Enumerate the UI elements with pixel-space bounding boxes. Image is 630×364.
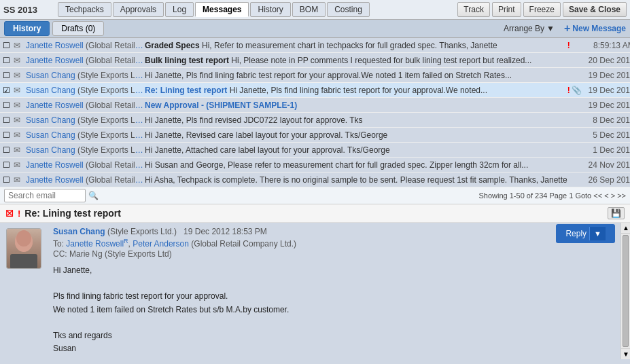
nav-tabs: Techpacks Approvals Log Messages History… (58, 2, 455, 17)
arrange-by-label: Arrange By (504, 24, 544, 33)
freeze-button[interactable]: Freeze (523, 2, 561, 17)
arrange-by-icon: ▼ (546, 24, 555, 33)
email-timestamp: 19 Dec 2012 18:53 PM (179, 227, 266, 236)
message-row[interactable]: ☐ ✉ Janette Roswell (Global Retail Compa… (0, 38, 630, 53)
msg-checkbox[interactable]: ☐ (3, 71, 14, 80)
avatar-area (0, 223, 48, 359)
tab-log[interactable]: Log (165, 2, 194, 17)
tab-messages[interactable]: Messages (195, 2, 249, 17)
envelope-icon: ✉ (14, 175, 26, 185)
reply-dropdown-button[interactable]: ▼ (589, 227, 606, 240)
email-cc-line: CC: Marie Ng (Style Exports Ltd) (53, 249, 615, 259)
msg-sender: Susan Chang (Style Exports Ltd.) (26, 71, 145, 80)
msg-subject: Bulk lining test report Hi, Please note … (145, 56, 567, 65)
tab-approvals[interactable]: Approvals (113, 2, 164, 17)
email-body: Hi Janette, Pls find lining fabric test … (53, 264, 615, 355)
to-recipient-janette[interactable]: Janette RoswellR (66, 239, 128, 249)
message-list: ☐ ✉ Janette Roswell (Global Retail Compa… (0, 38, 630, 187)
msg-checkbox[interactable]: ☐ (3, 160, 14, 170)
msg-subject: Hi Janette, Revised care label layout fo… (145, 130, 567, 140)
email-body-container: Susan Chang (Style Exports Ltd.) 19 Dec … (0, 223, 630, 359)
cc-label: CC: (53, 249, 69, 259)
message-row[interactable]: ☐ ✉ Susan Chang (Style Exports Ltd.) Hi … (0, 143, 630, 158)
email-scroll-down[interactable]: ▼ (621, 348, 630, 359)
msg-checkbox[interactable]: ☐ (3, 41, 14, 50)
msg-sender: Susan Chang (Style Exports Ltd.) (26, 115, 145, 125)
message-row[interactable]: ☐ ✉ Janette Roswell (Global Retail Compa… (0, 158, 630, 172)
msg-sender: Janette Roswell (Global Retail Company L… (26, 101, 145, 110)
msg-date: 19 Dec 2012 (584, 86, 630, 95)
email-subject: Re: Lining test report (24, 208, 603, 219)
email-to-line: To: Janette RoswellR, Peter Anderson (Gl… (53, 238, 615, 249)
envelope-icon: ✉ (14, 130, 26, 140)
email-meta: Susan Chang (Style Exports Ltd.) 19 Dec … (53, 227, 615, 259)
msg-checkbox[interactable]: ☐ (3, 145, 14, 155)
msg-sender: Susan Chang (Style Exports Ltd.) (26, 130, 145, 140)
print-button[interactable]: Print (492, 2, 521, 17)
msg-checkbox[interactable]: ☐ (3, 175, 14, 185)
envelope-icon: ✉ (14, 160, 26, 170)
envelope-icon: ✉ (14, 101, 26, 110)
msg-checkbox[interactable]: ☐ (3, 130, 14, 140)
msg-checkbox[interactable]: ☐ (3, 101, 14, 110)
avatar-svg (6, 228, 41, 269)
search-area: 🔍 (4, 189, 479, 202)
reply-button[interactable]: Reply ▼ (556, 224, 615, 243)
section-tab-history[interactable]: History (4, 21, 50, 36)
msg-flags: !📎 (567, 86, 584, 95)
envelope-icon: ✉ (14, 71, 26, 80)
from-row: Susan Chang (Style Exports Ltd.) 19 Dec … (53, 227, 267, 236)
msg-checkbox[interactable]: ☐ (3, 115, 14, 125)
email-from-name: Susan Chang (53, 227, 105, 236)
msg-checkbox[interactable]: ☐ (3, 56, 14, 65)
msg-date: 8 Dec 2012 (584, 115, 630, 125)
envelope-icon: ✉ (14, 56, 26, 65)
msg-sender: Janette Roswell (Global Retail Company L… (26, 41, 145, 50)
search-pagination-bar: 🔍 Showing 1-50 of 234 Page 1 Goto << < >… (0, 187, 630, 204)
email-main: ☒ ! Re: Lining test report 💾 (0, 204, 630, 359)
tab-techpacks[interactable]: Techpacks (58, 2, 111, 17)
message-row[interactable]: ☐ ✉ Janette Roswell (Global Retail Compa… (0, 172, 630, 187)
msg-subject: Graded Specs Hi, Refer to measurement ch… (145, 41, 567, 50)
pagination-text: Showing 1-50 of 234 Page 1 Goto << < > >… (479, 192, 627, 200)
email-scroll-thumb[interactable] (623, 235, 629, 347)
msg-subject: Hi Janette, Pls find revised JDC0722 lay… (145, 115, 567, 125)
msg-subject: Hi Asha, Techpack is complete. There is … (145, 175, 567, 185)
save-email-button[interactable]: 💾 (608, 207, 625, 219)
to-company: (Global Retail Company Ltd.) (191, 239, 296, 249)
message-row[interactable]: ☐ ✉ Susan Chang (Style Exports Ltd.) Hi … (0, 113, 630, 128)
tab-costing[interactable]: Costing (327, 2, 370, 17)
msg-subject: Re: Lining test report Hi Janette, Pls f… (145, 86, 567, 95)
track-button[interactable]: Track (457, 2, 490, 17)
envelope-icon: ✉ (14, 86, 26, 95)
message-row[interactable]: ☐ ✉ Janette Roswell (Global Retail Compa… (0, 53, 630, 68)
search-input[interactable] (4, 189, 86, 202)
msg-date: 8:59:13 AM (584, 41, 630, 50)
msg-flags: ! (567, 41, 584, 50)
email-header-bar: ☒ ! Re: Lining test report 💾 (0, 204, 630, 223)
top-bar: SS 2013 Techpacks Approvals Log Messages… (0, 0, 630, 20)
section-tab-drafts[interactable]: Drafts (0) (52, 21, 104, 36)
to-recipient-peter[interactable]: Peter Anderson (133, 239, 189, 249)
email-scroll-up[interactable]: ▲ (621, 223, 630, 234)
msg-sender: Janette Roswell (Global Retail Company L… (26, 160, 145, 170)
msg-sender: Janette Roswell (Global Retail Company L… (26, 175, 145, 185)
email-scrollbar: ▲ ▼ (620, 223, 630, 359)
message-row[interactable]: ☐ ✉ Susan Chang (Style Exports Ltd.) Hi … (0, 68, 630, 83)
tab-bom[interactable]: BOM (292, 2, 326, 17)
app-title: SS 2013 (3, 5, 51, 15)
save-close-button[interactable]: Save & Close (563, 2, 627, 17)
email-flag-icon: ☒ (5, 208, 14, 219)
envelope-icon: ✉ (14, 145, 26, 155)
tab-history[interactable]: History (250, 2, 290, 17)
message-row[interactable]: ☐ ✉ Janette Roswell (Global Retail Compa… (0, 98, 630, 113)
message-row[interactable]: ☐ ✉ Susan Chang (Style Exports Ltd.) Hi … (0, 128, 630, 143)
msg-date: 26 Sep 2012 (584, 175, 630, 185)
msg-checkbox[interactable]: ☑ (3, 86, 14, 95)
arrange-by[interactable]: Arrange By ▼ (504, 24, 555, 33)
section-tabs-bar: History Drafts (0) Arrange By ▼ + New Me… (0, 20, 630, 38)
message-row-selected[interactable]: ☑ ✉ Susan Chang (Style Exports Ltd.) Re:… (0, 83, 630, 98)
new-message-button[interactable]: + New Message (564, 22, 626, 35)
envelope-icon: ✉ (14, 41, 26, 50)
search-icon[interactable]: 🔍 (88, 191, 99, 200)
